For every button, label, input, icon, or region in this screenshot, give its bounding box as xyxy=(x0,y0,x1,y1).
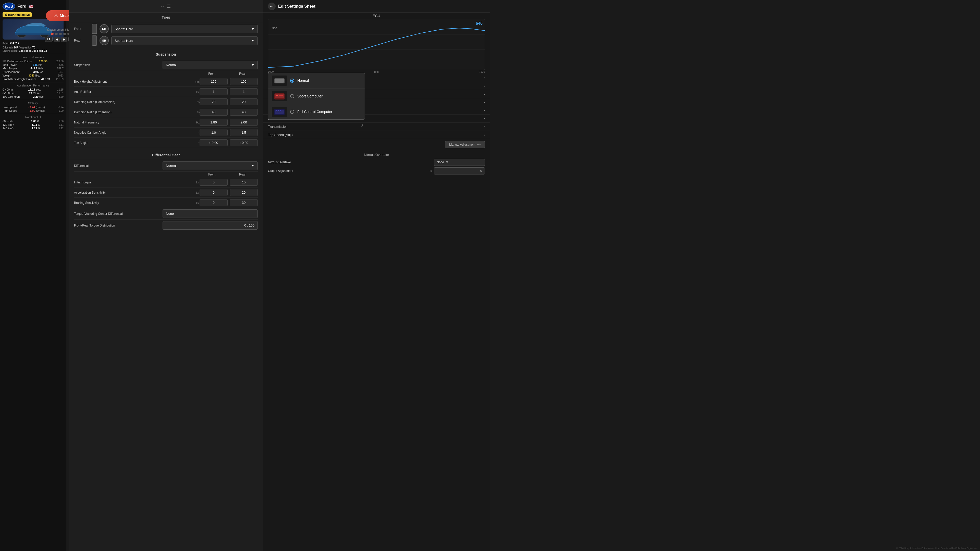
engine-val: EcoBoost-D35-Ford-GT xyxy=(19,49,47,52)
braking-sens-unit: Lv. xyxy=(192,201,200,204)
displacement-secondary: 3497 xyxy=(58,71,64,73)
damping-exp-rear[interactable]: 40 xyxy=(230,109,258,116)
s100-150-secondary: 2.29 xyxy=(59,95,64,98)
toe-rear[interactable]: ↕ 0.20 xyxy=(230,139,258,146)
nitrous-select[interactable]: None ▼ xyxy=(434,159,485,166)
ecu-option-full[interactable]: Full Control Computer xyxy=(268,104,365,119)
rear-tire-value: Sports: Hard xyxy=(115,39,133,43)
rear-tire-row: Rear SH Sports: Hard ▼ xyxy=(74,35,258,46)
front-tire-label: Front xyxy=(74,27,89,30)
suspension-select[interactable]: Normal ▼ xyxy=(162,61,258,69)
s1000-secondary: 19.61 xyxy=(57,92,64,95)
stability-title: Stability xyxy=(3,102,64,105)
max-torque-secondary: 549.7 xyxy=(57,67,64,70)
camber-rear[interactable]: 1.5 xyxy=(230,129,258,136)
ecu-option-sport[interactable]: Sport Computer xyxy=(268,89,365,104)
natural-freq-rear[interactable]: 2.00 xyxy=(230,119,258,126)
low-speed-row: Low Speed -0.74 (Under) -0.74 xyxy=(3,106,64,109)
output-adj-value[interactable]: 0 xyxy=(434,167,485,175)
body-height-rear[interactable]: 105 xyxy=(230,78,258,85)
damping-exp-front[interactable]: 40 xyxy=(200,109,228,116)
accel-sens-front[interactable]: 0 xyxy=(200,189,228,196)
nav-prev-button[interactable]: ◀ xyxy=(54,37,60,42)
svg-rect-17 xyxy=(275,112,281,112)
accel-sens-rear[interactable]: 20 xyxy=(230,189,258,196)
ecu-normal-radio-inner xyxy=(291,79,293,82)
initial-torque-rear[interactable]: 10 xyxy=(230,179,258,186)
fr-dist-select[interactable]: 0 : 100 xyxy=(162,221,258,230)
rear-tire-chevron: ▼ xyxy=(251,39,255,43)
top-speed-menu-item[interactable]: Top Speed (Adj.) › xyxy=(263,131,490,139)
torque-vec-select[interactable]: None xyxy=(162,210,258,218)
toe-front[interactable]: ↕ 0.00 xyxy=(200,139,228,146)
max-torque-value: 549.7 ft·lb xyxy=(30,67,43,70)
anti-roll-unit: Lv. xyxy=(192,90,200,94)
s1000-value: 19.61 sec. xyxy=(29,92,41,95)
ecu-normal-label: Normal xyxy=(298,79,309,83)
top-bar-menu-icon[interactable]: ☰ xyxy=(167,3,171,9)
ecu-full-img xyxy=(272,106,287,117)
high-speed-secondary: -1.00 xyxy=(58,110,64,112)
bop-badge: ⚖ BoP Applied (M) xyxy=(3,12,32,17)
diff-select[interactable]: Normal ▼ xyxy=(162,162,258,170)
max-torque-label: Max Torque xyxy=(3,67,17,70)
rotational-title: Rotational G xyxy=(3,116,64,119)
damping-comp-front[interactable]: 20 xyxy=(200,98,228,105)
camber-front[interactable]: 1.0 xyxy=(200,129,228,136)
r60-secondary: 1.06 xyxy=(59,120,64,123)
r120-row: 120 km/h 1.11 G 1.11 xyxy=(3,123,64,126)
balance-label: Front-Rear Weight Balance xyxy=(3,78,37,81)
s400-secondary: 11.15 xyxy=(57,88,64,91)
power-rest-chevron-icon: › xyxy=(484,117,485,121)
manual-adjustment-button[interactable]: Manual Adjustment ••• xyxy=(445,141,485,148)
accel-sens-label: Acceleration Sensitivity xyxy=(74,191,192,194)
displacement-label: Displacement xyxy=(3,70,20,73)
ford-flag: 🇺🇸 xyxy=(29,4,33,8)
s100-150-label: 100-150 km/h xyxy=(3,95,20,98)
front-tire-value: Sports: Hard xyxy=(115,27,133,31)
ecu-option-normal[interactable]: Normal xyxy=(268,73,365,89)
anti-roll-rear[interactable]: 1 xyxy=(230,88,258,95)
ecu-full-radio xyxy=(290,110,294,114)
natural-freq-front[interactable]: 1.80 xyxy=(200,119,228,126)
accel-sens-row: Acceleration Sensitivity Lv. 0 20 xyxy=(74,187,258,198)
rear-tire-select[interactable]: Sports: Hard ▼ xyxy=(111,37,258,45)
damping-exp-label: Damping Ratio (Expansion) xyxy=(74,110,192,114)
torque-vec-row: Torque-Vectoring Center Differential Non… xyxy=(74,208,258,220)
top-speed-chevron-icon: › xyxy=(484,133,485,137)
ecu-dropdown-overlay: Normal Sport Computer Full xyxy=(268,73,365,120)
high-speed-label: High Speed xyxy=(3,109,18,112)
output-adj-row: Output Adjustment % 0 xyxy=(268,167,485,175)
ecu-sport-label: Sport Computer xyxy=(298,94,323,98)
ecu-full-svg xyxy=(273,107,286,116)
output-adj-label2: Output Adjustment xyxy=(268,169,430,173)
damping-comp-rear[interactable]: 20 xyxy=(230,98,258,105)
body-height-front[interactable]: 105 xyxy=(200,78,228,85)
initial-torque-front[interactable]: 0 xyxy=(200,179,228,186)
camber-row: Negative Camber Angle ° 1.0 1.5 xyxy=(74,127,258,138)
manual-adj-dots: ••• xyxy=(477,143,480,146)
ecu-chevron-icon: › xyxy=(484,84,485,88)
front-tire-select[interactable]: Sports: Hard ▼ xyxy=(111,25,258,33)
balance-secondary: 41 : 59 xyxy=(56,78,64,81)
output-adj-pct: % xyxy=(430,169,432,172)
svg-rect-11 xyxy=(279,95,283,96)
suspension-header: Suspension xyxy=(69,50,263,59)
l1-button[interactable]: L1 xyxy=(45,37,52,42)
braking-sens-rear[interactable]: 30 xyxy=(230,199,258,206)
low-speed-value: -0.74 (Under) xyxy=(29,106,45,109)
nav-next-button[interactable]: ▶ xyxy=(61,37,67,42)
damping-exp-row: Damping Ratio (Expansion) % 40 40 xyxy=(74,107,258,118)
top-bar: -- ☰ xyxy=(69,0,263,13)
top-speed-label: Top Speed (Adj.) xyxy=(268,133,484,137)
braking-sens-front[interactable]: 0 xyxy=(200,199,228,206)
r60-row: 60 km/h 1.06 G 1.06 xyxy=(3,120,64,123)
body-height-row: Body Height Adjustment mm 105 105 xyxy=(74,76,258,87)
more-options-button[interactable]: ••• xyxy=(268,3,275,10)
front-tire-chevron: ▼ xyxy=(251,27,255,31)
anti-roll-front[interactable]: 1 xyxy=(200,88,228,95)
front-tire-icon xyxy=(92,24,97,34)
diff-front-rear-header: Front Rear xyxy=(74,171,258,177)
bop-text: BoP Applied (M) xyxy=(8,13,30,16)
base-perf-title: Base Performance xyxy=(3,56,64,59)
